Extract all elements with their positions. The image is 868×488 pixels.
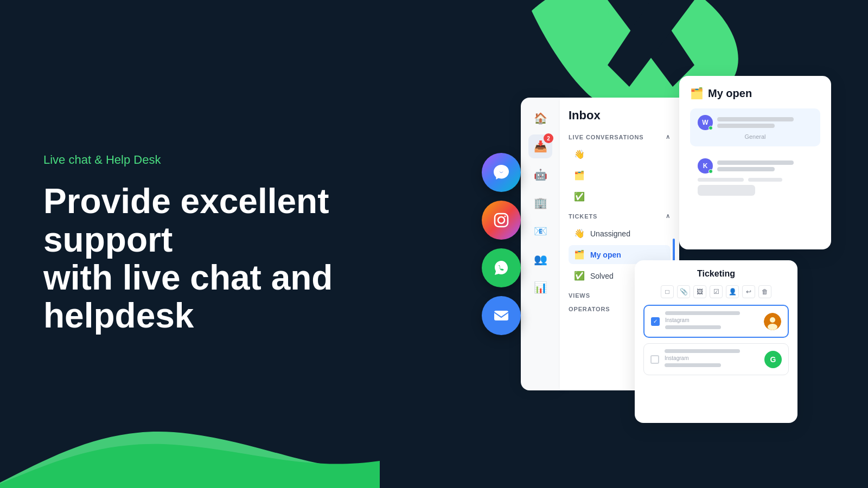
live-conversations-label: LIVE CONVERSATIONS bbox=[569, 134, 643, 140]
ticket-content-1: Instagram bbox=[665, 311, 758, 331]
headline-line1: Provide excellent support bbox=[43, 182, 329, 259]
sidebar-icon-home[interactable]: 🏠 bbox=[528, 106, 552, 130]
subtitle: Live chat & Help Desk bbox=[43, 153, 445, 167]
nav-live-my-open[interactable]: 🗂️ bbox=[569, 166, 671, 185]
sidebar-icon-chart[interactable]: 📊 bbox=[528, 275, 552, 299]
ticket-line bbox=[665, 311, 740, 315]
live-conversations-header: LIVE CONVERSATIONS ∧ bbox=[569, 133, 671, 140]
action-placeholder bbox=[698, 185, 755, 196]
tickets-label: TICKETS bbox=[569, 213, 597, 220]
tool-delete[interactable]: 🗑 bbox=[758, 285, 771, 298]
line-placeholder bbox=[717, 160, 794, 165]
ticket-line bbox=[665, 349, 740, 353]
solved-label: Solved bbox=[590, 272, 614, 280]
tickets-header: TICKETS ∧ bbox=[569, 213, 671, 220]
left-content: Live chat & Help Desk Provide excellent … bbox=[0, 0, 445, 488]
svg-point-5 bbox=[770, 317, 775, 323]
conversation-lines-1 bbox=[717, 117, 813, 128]
ticket-item-2[interactable]: Instagram G bbox=[643, 343, 789, 375]
tool-attach[interactable]: 📎 bbox=[677, 285, 690, 298]
svg-point-6 bbox=[768, 324, 777, 330]
solved-icon: ✅ bbox=[574, 271, 585, 281]
ticketing-panel: Ticketing □ 📎 🖼 ☑ 👤 ↩ 🗑 ✓ Instagram bbox=[635, 260, 797, 423]
line-placeholder bbox=[717, 124, 775, 128]
ticket-toolbar: □ 📎 🖼 ☑ 👤 ↩ 🗑 bbox=[643, 285, 789, 298]
instagram-label-2: Instagram bbox=[665, 355, 759, 361]
sidebar-icon-org[interactable]: 🏢 bbox=[528, 191, 552, 215]
tool-user[interactable]: 👤 bbox=[726, 285, 739, 298]
email-icon[interactable] bbox=[482, 296, 521, 335]
live-myopen-icon: 🗂️ bbox=[574, 170, 585, 181]
conversation-lines-2 bbox=[717, 160, 813, 171]
live-conversations-chevron: ∧ bbox=[666, 133, 671, 140]
avatar-k: K bbox=[698, 158, 713, 174]
svg-point-2 bbox=[505, 216, 506, 217]
avatar-w: W bbox=[698, 115, 713, 130]
my-open-panel-icon: 🗂️ bbox=[690, 87, 704, 100]
tool-checkbox[interactable]: □ bbox=[661, 285, 674, 298]
instagram-icon[interactable] bbox=[482, 201, 521, 240]
general-tag: General bbox=[698, 133, 813, 140]
ticket-line bbox=[665, 325, 721, 329]
conversation-header-1: W bbox=[698, 115, 813, 130]
ui-mockup: 🏠 📥 2 🤖 🏢 📧 👥 📊 Inbox LIVE CONVERSATIONS… bbox=[521, 76, 868, 455]
ticket-item-1[interactable]: ✓ Instagram bbox=[643, 305, 789, 338]
ticket-content-2: Instagram bbox=[665, 349, 759, 369]
my-open-label: My open bbox=[590, 251, 621, 259]
ticket-avatar-photo bbox=[764, 313, 781, 330]
conversation-header-2: K bbox=[698, 158, 813, 174]
my-open-panel: 🗂️ My open W General K bbox=[679, 76, 831, 249]
instagram-label-1: Instagram bbox=[665, 317, 758, 323]
svg-rect-3 bbox=[494, 311, 508, 320]
unassigned-icon: 👋 bbox=[574, 228, 585, 239]
whatsapp-icon[interactable] bbox=[482, 248, 521, 287]
line-placeholder bbox=[748, 178, 783, 182]
svg-point-1 bbox=[498, 217, 505, 223]
online-indicator bbox=[709, 126, 713, 130]
tickets-chevron: ∧ bbox=[666, 213, 671, 220]
live-solved-icon: ✅ bbox=[574, 191, 585, 202]
svg-rect-0 bbox=[495, 214, 508, 227]
nav-unassigned[interactable]: 👋 Unassigned bbox=[569, 224, 671, 243]
ticket-avatar-g: G bbox=[764, 351, 782, 368]
views-label: VIEWS bbox=[569, 292, 590, 299]
inbox-badge: 2 bbox=[544, 133, 553, 143]
messenger-icon[interactable] bbox=[482, 153, 521, 192]
line-placeholder bbox=[698, 178, 744, 182]
ticketing-title: Ticketing bbox=[643, 269, 789, 279]
line-placeholder bbox=[717, 117, 794, 121]
ticket-checkbox-1[interactable]: ✓ bbox=[651, 317, 660, 326]
conversation-item-2[interactable]: K bbox=[690, 152, 820, 202]
tool-reply[interactable]: ↩ bbox=[742, 285, 755, 298]
operators-label: OPERATORS bbox=[569, 306, 610, 312]
sidebar-icon-mail[interactable]: 📧 bbox=[528, 219, 552, 243]
ticket-line bbox=[665, 363, 721, 367]
my-open-icon: 🗂️ bbox=[574, 249, 585, 260]
ticket-checkbox-2[interactable] bbox=[650, 355, 659, 364]
sidebar-icon-bot[interactable]: 🤖 bbox=[528, 163, 552, 187]
conversation-item-1[interactable]: W General bbox=[690, 108, 820, 146]
my-open-panel-title: 🗂️ My open bbox=[690, 87, 820, 100]
tool-check[interactable]: ☑ bbox=[710, 285, 723, 298]
unassigned-label: Unassigned bbox=[590, 229, 630, 238]
social-icons-container bbox=[482, 153, 521, 335]
online-indicator-2 bbox=[709, 169, 713, 174]
tool-image[interactable]: 🖼 bbox=[693, 285, 706, 298]
headline-line2: with live chat and helpdesk bbox=[43, 258, 333, 335]
line-placeholder bbox=[717, 167, 775, 171]
sidebar-icon-inbox[interactable]: 📥 2 bbox=[528, 134, 552, 158]
inbox-title: Inbox bbox=[569, 108, 671, 123]
headline: Provide excellent support with live chat… bbox=[43, 182, 380, 335]
nav-all-conversations[interactable]: 👋 bbox=[569, 145, 671, 164]
my-open-panel-label: My open bbox=[708, 87, 752, 100]
sidebar: 🏠 📥 2 🤖 🏢 📧 👥 📊 bbox=[521, 98, 560, 390]
wave-icon: 👋 bbox=[574, 149, 585, 159]
sidebar-icon-users[interactable]: 👥 bbox=[528, 247, 552, 271]
nav-live-solved[interactable]: ✅ bbox=[569, 187, 671, 206]
